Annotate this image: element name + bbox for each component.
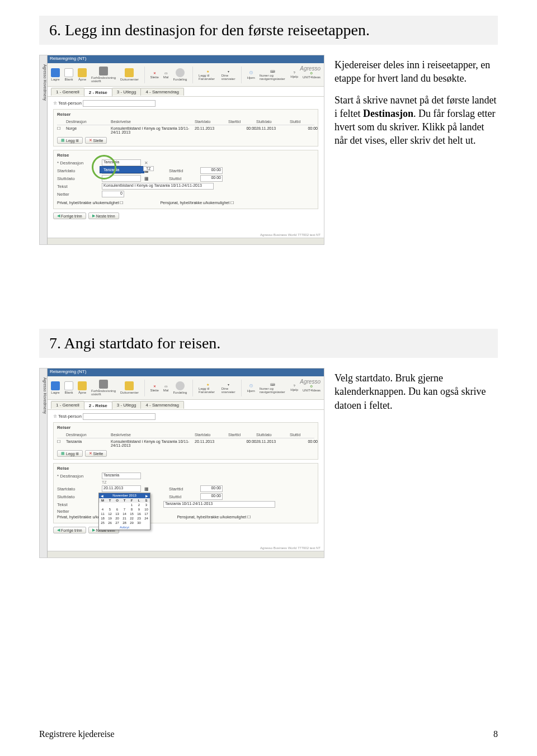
cal-day[interactable]: 20 bbox=[114, 516, 121, 521]
cal-day[interactable] bbox=[106, 503, 114, 507]
cal-day[interactable]: 2 bbox=[135, 503, 143, 507]
cal-day[interactable]: 1 bbox=[128, 503, 135, 507]
cal-day[interactable]: 3 bbox=[143, 503, 150, 507]
cal-day[interactable]: 29 bbox=[128, 521, 135, 525]
cal-day[interactable]: 19 bbox=[106, 516, 114, 521]
tab-sammendrag[interactable]: 4 - Sammendrag bbox=[140, 401, 184, 409]
cal-day[interactable] bbox=[114, 503, 121, 507]
ribbon-forhand[interactable]: Forhåndsvisning utskrift bbox=[91, 67, 116, 83]
ribbon-ikoner[interactable]: ⌨Ikoner og navigeringstaster bbox=[260, 69, 286, 81]
table-row[interactable]: ☐ Norge Konsulentbistand i Kenya og Tanz… bbox=[57, 125, 314, 135]
tab-utlegg[interactable]: 3 - Utlegg bbox=[112, 401, 142, 409]
leggtil-button[interactable]: ▦Legg til bbox=[57, 137, 83, 144]
cal-next-icon[interactable]: ▶ bbox=[145, 494, 148, 498]
calendar-icon[interactable]: ▦ bbox=[144, 486, 149, 492]
table-row[interactable]: ☐ Tanzania Konsulentbistand i Kenya og T… bbox=[57, 438, 314, 448]
ribbon-slette[interactable]: ✕Slette bbox=[150, 384, 158, 392]
cal-day[interactable]: 12 bbox=[106, 512, 114, 516]
tab-generell[interactable]: 1 - Generell bbox=[51, 88, 84, 96]
ribbon-snarveier[interactable]: ▾Dine snarveier bbox=[222, 382, 235, 394]
side-menu[interactable]: Agresso Hovedmeny bbox=[40, 368, 48, 557]
cal-day[interactable] bbox=[99, 503, 106, 507]
cal-day[interactable]: 21 bbox=[121, 516, 128, 521]
ribbon-hjelp[interactable]: ?Hjelp bbox=[290, 384, 298, 391]
cal-day[interactable]: 27 bbox=[114, 521, 121, 525]
ribbon-forhand[interactable]: Forhåndsvisning utskrift bbox=[91, 380, 116, 396]
ribbon-mal[interactable]: ▭Mal bbox=[163, 384, 169, 392]
cal-day[interactable]: 25 bbox=[99, 521, 106, 525]
cal-day[interactable]: 4 bbox=[99, 507, 106, 512]
sluttdato-input[interactable] bbox=[102, 175, 141, 182]
dest-input[interactable]: Tanzania bbox=[102, 472, 141, 479]
prev-button[interactable]: ◀Forrige trinn bbox=[53, 527, 86, 533]
ribbon-leggtil[interactable]: ★Legg til Fanarveler bbox=[199, 69, 217, 81]
cal-day[interactable]: 18 bbox=[99, 516, 106, 521]
next-button[interactable]: ▶Neste trinn bbox=[88, 212, 119, 219]
ribbon-fordeling[interactable]: Fordeling bbox=[173, 381, 187, 394]
slette-button[interactable]: ✕Slette bbox=[85, 137, 107, 144]
cal-day[interactable]: 17 bbox=[143, 512, 150, 516]
ribbon-blank[interactable]: Blank bbox=[64, 381, 73, 394]
tab-reise[interactable]: 2 - Reise bbox=[84, 88, 112, 96]
cal-day[interactable]: 14 bbox=[121, 512, 128, 516]
starttid-input[interactable]: 00:00 bbox=[200, 485, 223, 492]
cal-day[interactable] bbox=[121, 503, 128, 507]
ribbon-lagre[interactable]: Lagre bbox=[51, 68, 60, 81]
tab-generell[interactable]: 1 - Generell bbox=[51, 401, 84, 409]
tab-reise[interactable]: 2 - Reise bbox=[84, 401, 112, 409]
ribbon-dokumenter[interactable]: Dokumenter bbox=[120, 381, 139, 394]
ribbon-apne[interactable]: Åpne bbox=[78, 381, 87, 394]
dest-suggestion[interactable]: Tanzania bbox=[100, 166, 144, 173]
ribbon-fordeling[interactable]: Fordeling bbox=[173, 68, 187, 81]
ribbon-mal[interactable]: ▭Mal bbox=[163, 71, 169, 79]
side-menu[interactable]: Agresso Hovedmeny bbox=[40, 55, 48, 244]
cal-day[interactable]: 15 bbox=[128, 512, 135, 516]
startdato-input[interactable]: 20.11.2013 bbox=[102, 485, 141, 492]
ribbon-hjem[interactable]: ⓘHjem bbox=[247, 384, 255, 393]
tab-sammendrag[interactable]: 4 - Sammendrag bbox=[140, 88, 184, 96]
cal-day[interactable]: 13 bbox=[114, 512, 121, 516]
tekst-input[interactable]: Tanzania 10/11-24/11-2013 bbox=[163, 501, 275, 508]
ribbon-unit4[interactable]: ⚙UNIT4Ideas bbox=[303, 71, 321, 79]
calendar-popup[interactable]: ◀November 2013▶ MTOTFLS12345678910111213… bbox=[98, 493, 150, 530]
leggtil-button[interactable]: ▦Legg til bbox=[57, 450, 83, 457]
cal-prev-icon[interactable]: ◀ bbox=[101, 494, 103, 498]
starttid-input[interactable]: 00:00 bbox=[200, 167, 223, 174]
ribbon-dokumenter[interactable]: Dokumenter bbox=[120, 68, 139, 81]
cal-cancel[interactable]: Avbryt bbox=[99, 525, 150, 530]
cal-day[interactable]: 10 bbox=[143, 507, 150, 512]
sluttid-input[interactable]: 00:00 bbox=[200, 175, 223, 182]
calendar-icon[interactable]: ▦ bbox=[144, 176, 149, 181]
cal-day[interactable]: 5 bbox=[106, 507, 114, 512]
ribbon-lagre[interactable]: Lagre bbox=[51, 381, 60, 394]
cal-day[interactable]: 6 bbox=[114, 507, 121, 512]
ribbon-leggtil[interactable]: ★Legg til Fanarveler bbox=[199, 382, 217, 394]
cal-day[interactable]: 24 bbox=[143, 516, 150, 521]
cal-day[interactable]: 26 bbox=[106, 521, 114, 525]
tekst-input[interactable]: Konsulentbistand i Kenya og Tanzania 10/… bbox=[102, 183, 214, 190]
sluttid-input[interactable]: 00:00 bbox=[200, 493, 223, 500]
cal-day[interactable]: 11 bbox=[99, 512, 106, 516]
netter-input[interactable]: 0 bbox=[102, 191, 124, 197]
ribbon-unit4[interactable]: ⚙UNIT4Ideas bbox=[303, 384, 321, 392]
cal-day[interactable]: 7 bbox=[121, 507, 128, 512]
slette-button[interactable]: ✕Slette bbox=[85, 450, 107, 457]
tab-utlegg[interactable]: 3 - Utlegg bbox=[112, 88, 142, 96]
cal-day[interactable]: 8 bbox=[128, 507, 135, 512]
ribbon-snarveier[interactable]: ▾Dine snarveier bbox=[222, 69, 235, 81]
ribbon-hjelp[interactable]: ?Hjelp bbox=[290, 71, 298, 78]
cal-day[interactable]: 30 bbox=[135, 521, 143, 525]
ribbon-blank[interactable]: Blank bbox=[64, 68, 73, 81]
cal-day[interactable]: 28 bbox=[121, 521, 128, 525]
ribbon-hjem[interactable]: ⓘHjem bbox=[247, 70, 255, 79]
cal-day[interactable]: 16 bbox=[135, 512, 143, 516]
cal-day[interactable]: 9 bbox=[135, 507, 143, 512]
dest-input[interactable]: Tanzania bbox=[102, 159, 141, 166]
ribbon-apne[interactable]: Åpne bbox=[78, 68, 87, 81]
prev-button[interactable]: ◀Forrige trinn bbox=[53, 212, 86, 219]
ribbon-slette[interactable]: ✕Slette bbox=[150, 71, 158, 79]
cal-day[interactable] bbox=[143, 521, 150, 525]
cal-day[interactable]: 23 bbox=[135, 516, 143, 521]
ribbon-ikoner[interactable]: ⌨Ikoner og navigeringstaster bbox=[260, 382, 286, 394]
cal-day[interactable]: 22 bbox=[128, 516, 135, 521]
